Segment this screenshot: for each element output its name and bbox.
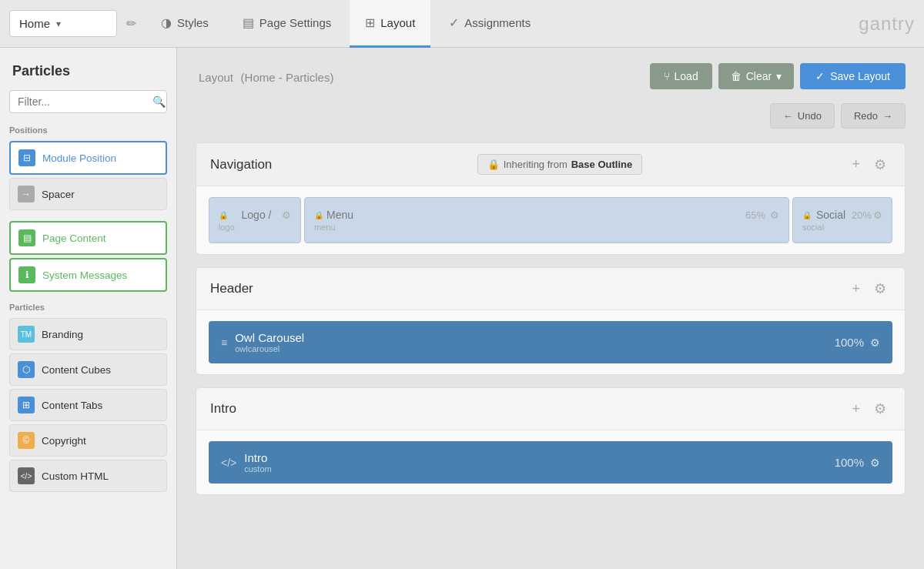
- header-section-actions: + ⚙: [847, 279, 891, 299]
- header-section-body: ≡ Owl Carousel owlcarousel 100% ⚙: [196, 310, 905, 374]
- owl-carousel-name: Owl Carousel: [235, 331, 304, 344]
- intro-gear-icon[interactable]: ⚙: [870, 457, 880, 469]
- nav-cell-social[interactable]: 🔒 Social 20% ⚙ social: [792, 197, 892, 243]
- main-container: Particles 🔍 Positions ⊟ Module Position …: [0, 48, 924, 569]
- content-cubes-icon: ⬡: [18, 361, 35, 378]
- sidebar: Particles 🔍 Positions ⊟ Module Position …: [0, 48, 177, 569]
- intro-settings-button[interactable]: ⚙: [869, 399, 891, 419]
- sidebar-item-system-messages[interactable]: ℹ System Messages: [9, 258, 167, 292]
- social-lock-icon: 🔒: [802, 211, 812, 219]
- spacer-icon: →: [18, 186, 35, 202]
- nav-cell-menu[interactable]: 🔒 Menu 65% ⚙ menu: [304, 197, 789, 243]
- page-content-icon: ▤: [18, 229, 35, 246]
- header-section: Header + ⚙ ≡ Owl Carousel owlcarousel: [196, 267, 906, 375]
- owl-carousel-info: Owl Carousel owlcarousel: [235, 331, 304, 353]
- sidebar-item-spacer[interactable]: → Spacer: [9, 178, 167, 210]
- sidebar-item-page-content[interactable]: ▤ Page Content: [9, 221, 167, 255]
- home-dropdown[interactable]: Home ▾: [9, 10, 117, 37]
- intro-add-button[interactable]: +: [847, 400, 865, 419]
- undo-button[interactable]: ← Undo: [770, 103, 835, 129]
- navigation-section-actions: + ⚙: [847, 155, 891, 175]
- copyright-icon: ©: [18, 432, 35, 449]
- header-add-button[interactable]: +: [847, 279, 865, 299]
- redo-button[interactable]: Redo →: [841, 103, 906, 129]
- menu-gear-icon[interactable]: ⚙: [770, 209, 779, 221]
- tab-assignments[interactable]: ✓ Assignments: [434, 0, 546, 48]
- intro-code-icon: </>: [221, 457, 236, 469]
- menu-cell-sub: menu: [314, 223, 336, 232]
- clear-button[interactable]: 🗑 Clear ▾: [718, 63, 794, 89]
- check-icon: ✓: [815, 70, 825, 82]
- custom-html-icon: </>: [18, 467, 35, 484]
- content-header: Layout (Home - Particles) ⑂ Load 🗑 Clear…: [196, 63, 906, 89]
- branding-label: Branding: [42, 329, 83, 340]
- intro-section-actions: + ⚙: [847, 399, 891, 419]
- layout-subtitle: (Home - Particles): [241, 71, 334, 84]
- page-title: Layout (Home - Particles): [196, 68, 333, 85]
- logo-gear-icon[interactable]: ⚙: [282, 209, 291, 221]
- tab-page-settings-label: Page Settings: [259, 16, 331, 29]
- app-logo: gantry: [859, 13, 915, 35]
- redo-icon: →: [882, 110, 892, 122]
- owl-carousel-gear-icon[interactable]: ⚙: [870, 336, 880, 349]
- content-tabs-icon: ⊞: [18, 397, 35, 413]
- particles-section: Particles TM Branding ⬡ Content Cubes ⊞ …: [9, 303, 167, 492]
- sidebar-item-content-cubes[interactable]: ⬡ Content Cubes: [9, 353, 167, 386]
- header-section-name: Header: [210, 281, 253, 296]
- social-cell-label: Social: [816, 209, 845, 221]
- header-settings-button[interactable]: ⚙: [869, 279, 891, 299]
- inherit-badge: 🔒 Inheriting from Base Outline: [477, 154, 643, 175]
- sidebar-item-copyright[interactable]: © Copyright: [9, 424, 167, 457]
- sidebar-item-content-tabs[interactable]: ⊞ Content Tabs: [9, 389, 167, 421]
- intro-particle-info: Intro custom: [244, 451, 271, 474]
- navigation-settings-button[interactable]: ⚙: [869, 155, 891, 175]
- intro-particle-pct: 100%: [835, 456, 864, 469]
- sidebar-item-module-position[interactable]: ⊟ Module Position: [9, 141, 167, 175]
- module-position-label: Module Position: [42, 152, 116, 164]
- particle-row-intro[interactable]: </> Intro custom 100% ⚙: [209, 441, 892, 484]
- spacer-label: Spacer: [42, 189, 75, 200]
- tab-layout[interactable]: ⊞ Layout: [350, 0, 430, 48]
- social-cell-pct: 20%: [852, 209, 872, 221]
- intro-particle-left: </> Intro custom: [221, 451, 272, 474]
- sidebar-item-branding[interactable]: TM Branding: [9, 318, 167, 350]
- intro-section-name: Intro: [210, 401, 236, 417]
- chevron-down-icon: ▾: [56, 18, 61, 29]
- page-settings-icon: ▤: [243, 15, 254, 30]
- save-layout-button[interactable]: ✓ Save Layout: [800, 63, 906, 89]
- owl-carousel-right: 100% ⚙: [835, 336, 880, 349]
- social-gear-icon[interactable]: ⚙: [873, 209, 882, 221]
- load-button[interactable]: ⑂ Load: [650, 63, 712, 89]
- home-label: Home: [19, 17, 50, 30]
- navigation-section-body: 🔒 Logo / ⚙ logo 🔒 Menu: [196, 186, 905, 254]
- fork-icon: ⑂: [664, 70, 670, 82]
- search-icon: 🔍: [152, 95, 166, 108]
- navigation-section-name: Navigation: [210, 157, 272, 172]
- tab-page-settings[interactable]: ▤ Page Settings: [227, 0, 346, 48]
- edit-button[interactable]: ✏: [120, 10, 142, 37]
- social-cell-sub: social: [802, 223, 824, 232]
- sidebar-title: Particles: [9, 63, 167, 79]
- lock-icon: 🔒: [487, 159, 500, 170]
- positions-label: Positions: [9, 126, 167, 135]
- intro-section-header: Intro + ⚙: [196, 388, 905, 430]
- owl-carousel-icon: ≡: [221, 336, 227, 349]
- layout-icon: ⊞: [365, 15, 375, 30]
- undo-redo-row: ← Undo Redo →: [196, 103, 906, 129]
- navigation-cells-row: 🔒 Logo / ⚙ logo 🔒 Menu: [209, 197, 892, 243]
- sidebar-item-custom-html[interactable]: </> Custom HTML: [9, 460, 167, 492]
- tab-styles-label: Styles: [177, 16, 209, 29]
- navigation-section-header: Navigation 🔒 Inheriting from Base Outlin…: [196, 143, 905, 186]
- filter-input[interactable]: [18, 95, 152, 108]
- specials-section: ▤ Page Content ℹ System Messages: [9, 221, 167, 292]
- topbar: Home ▾ ✏ ◑ Styles ▤ Page Settings ⊞ Layo…: [0, 0, 924, 48]
- styles-icon: ◑: [161, 15, 172, 30]
- particle-row-owl-carousel[interactable]: ≡ Owl Carousel owlcarousel 100% ⚙: [209, 321, 892, 363]
- tab-assignments-label: Assignments: [464, 16, 531, 29]
- logo-cell-label: Logo /: [242, 209, 272, 221]
- system-messages-icon: ℹ: [18, 266, 35, 283]
- navigation-add-button[interactable]: +: [847, 155, 865, 174]
- system-messages-label: System Messages: [42, 269, 127, 281]
- nav-cell-logo[interactable]: 🔒 Logo / ⚙ logo: [209, 197, 301, 243]
- tab-styles[interactable]: ◑ Styles: [146, 0, 224, 48]
